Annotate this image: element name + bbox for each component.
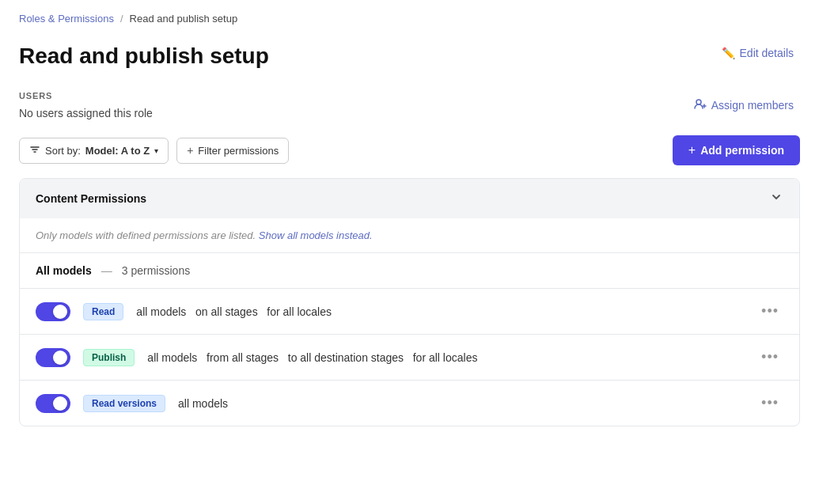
breadcrumb-separator: / — [120, 13, 123, 25]
breadcrumb-current: Read and publish setup — [130, 13, 238, 25]
perm-description-read-versions: all models — [178, 397, 744, 410]
permissions-info-row: Only models with defined permissions are… — [20, 218, 799, 253]
badge-publish: Publish — [83, 349, 135, 366]
add-permission-label: Add permission — [700, 144, 784, 157]
more-options-read-button[interactable]: ••• — [756, 300, 783, 323]
perm-description-read: all models on all stages for all locales — [136, 305, 744, 318]
page-title: Read and publish setup — [19, 44, 269, 69]
permissions-card-header[interactable]: Content Permissions — [20, 179, 799, 218]
all-models-count: 3 permissions — [122, 264, 190, 277]
all-models-dash: — — [101, 264, 112, 277]
show-all-models-link[interactable]: Show all models instead. — [259, 229, 373, 241]
badge-read-versions: Read versions — [83, 395, 165, 412]
permissions-card-title: Content Permissions — [36, 192, 146, 205]
collapse-chevron-icon — [769, 190, 783, 207]
breadcrumb: Roles & Permissions / Read and publish s… — [19, 13, 800, 25]
info-text: Only models with defined permissions are… — [36, 229, 256, 241]
plus-filter-icon: + — [187, 144, 193, 157]
all-models-title: All models — [36, 264, 92, 277]
perm-description-publish: all models from all stages to all destin… — [147, 351, 744, 364]
svg-point-0 — [696, 100, 701, 104]
permission-row-publish: Publish all models from all stages to al… — [20, 335, 799, 381]
plus-icon: + — [688, 143, 696, 157]
permissions-card: Content Permissions Only models with def… — [19, 178, 800, 426]
page-header: Read and publish setup ✏️ Edit details — [19, 44, 800, 69]
add-permission-button[interactable]: + Add permission — [673, 135, 800, 165]
toggle-read-versions[interactable] — [36, 394, 70, 413]
filter-label: Filter permissions — [198, 145, 279, 157]
users-section-label: USERS — [19, 91, 153, 100]
toolbar-left: Sort by: Model: A to Z ▾ + Filter permis… — [19, 138, 289, 164]
toolbar: Sort by: Model: A to Z ▾ + Filter permis… — [19, 135, 800, 165]
toggle-publish[interactable] — [36, 348, 70, 367]
sort-button[interactable]: Sort by: Model: A to Z ▾ — [19, 138, 169, 164]
no-users-text: No users assigned this role — [19, 107, 153, 119]
edit-details-button[interactable]: ✏️ Edit details — [715, 44, 800, 63]
more-options-read-versions-button[interactable]: ••• — [756, 392, 783, 415]
permission-row-read: Read all models on all stages for all lo… — [20, 289, 799, 335]
chevron-down-icon: ▾ — [154, 146, 158, 155]
edit-details-label: Edit details — [740, 47, 794, 59]
user-add-icon — [694, 98, 707, 113]
toggle-read[interactable] — [36, 302, 70, 321]
sort-value: Model: A to Z — [85, 145, 150, 157]
all-models-header: All models — 3 permissions — [20, 253, 799, 289]
sort-label: Sort by: — [45, 145, 81, 157]
permission-row-read-versions: Read versions all models ••• — [20, 381, 799, 426]
badge-read: Read — [83, 303, 123, 320]
breadcrumb-parent-link[interactable]: Roles & Permissions — [19, 13, 114, 25]
sort-icon — [29, 144, 40, 157]
more-options-publish-button[interactable]: ••• — [756, 346, 783, 369]
assign-members-label: Assign members — [711, 99, 794, 112]
pencil-icon: ✏️ — [722, 47, 735, 59]
users-section: USERS No users assigned this role Assign… — [19, 91, 800, 119]
assign-members-button[interactable]: Assign members — [688, 95, 800, 116]
filter-button[interactable]: + Filter permissions — [176, 138, 289, 164]
